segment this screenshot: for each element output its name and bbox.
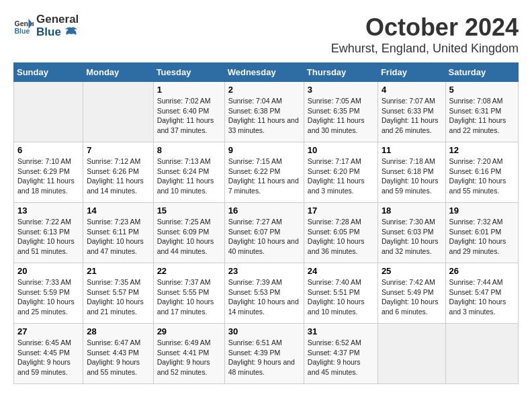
calendar-cell: 24Sunrise: 7:40 AM Sunset: 5:51 PM Dayli… <box>304 263 378 324</box>
calendar-cell: 25Sunrise: 7:42 AM Sunset: 5:49 PM Dayli… <box>378 263 445 324</box>
day-number: 26 <box>449 266 515 276</box>
day-info: Sunrise: 7:18 AM Sunset: 6:18 PM Dayligh… <box>382 156 442 196</box>
calendar-cell: 9Sunrise: 7:15 AM Sunset: 6:22 PM Daylig… <box>224 142 304 203</box>
day-info: Sunrise: 7:22 AM Sunset: 6:13 PM Dayligh… <box>17 217 79 257</box>
calendar-week-4: 20Sunrise: 7:33 AM Sunset: 5:59 PM Dayli… <box>14 263 519 324</box>
calendar-cell <box>445 324 518 384</box>
day-number: 9 <box>228 145 300 155</box>
day-info: Sunrise: 7:10 AM Sunset: 6:29 PM Dayligh… <box>17 156 79 196</box>
day-number: 5 <box>449 85 515 95</box>
calendar-cell: 1Sunrise: 7:02 AM Sunset: 6:40 PM Daylig… <box>153 82 224 142</box>
day-number: 10 <box>308 145 374 155</box>
day-number: 11 <box>382 145 442 155</box>
calendar-cell <box>83 82 153 142</box>
calendar-cell: 29Sunrise: 6:49 AM Sunset: 4:41 PM Dayli… <box>153 324 224 384</box>
calendar-cell: 23Sunrise: 7:39 AM Sunset: 5:53 PM Dayli… <box>224 263 304 324</box>
day-number: 8 <box>157 145 221 155</box>
calendar-week-3: 13Sunrise: 7:22 AM Sunset: 6:13 PM Dayli… <box>14 203 519 263</box>
day-info: Sunrise: 7:20 AM Sunset: 6:16 PM Dayligh… <box>449 156 515 196</box>
calendar-week-2: 6Sunrise: 7:10 AM Sunset: 6:29 PM Daylig… <box>14 142 519 203</box>
calendar-cell: 7Sunrise: 7:12 AM Sunset: 6:26 PM Daylig… <box>83 142 153 203</box>
calendar-cell: 20Sunrise: 7:33 AM Sunset: 5:59 PM Dayli… <box>14 263 83 324</box>
day-info: Sunrise: 6:49 AM Sunset: 4:41 PM Dayligh… <box>157 338 221 377</box>
day-number: 2 <box>228 85 300 95</box>
day-info: Sunrise: 7:17 AM Sunset: 6:20 PM Dayligh… <box>308 156 374 196</box>
day-number: 3 <box>308 85 374 95</box>
day-number: 21 <box>87 266 149 276</box>
calendar-cell: 2Sunrise: 7:04 AM Sunset: 6:38 PM Daylig… <box>224 82 304 142</box>
day-info: Sunrise: 7:35 AM Sunset: 5:57 PM Dayligh… <box>87 277 149 317</box>
day-number: 12 <box>449 145 515 155</box>
calendar-cell: 30Sunrise: 6:51 AM Sunset: 4:39 PM Dayli… <box>224 324 304 384</box>
day-number: 28 <box>87 326 149 336</box>
calendar-cell: 18Sunrise: 7:30 AM Sunset: 6:03 PM Dayli… <box>378 203 445 263</box>
calendar-table: SundayMondayTuesdayWednesdayThursdayFrid… <box>13 62 519 384</box>
calendar-cell: 22Sunrise: 7:37 AM Sunset: 5:55 PM Dayli… <box>153 263 224 324</box>
calendar-cell: 3Sunrise: 7:05 AM Sunset: 6:35 PM Daylig… <box>304 82 378 142</box>
day-info: Sunrise: 7:04 AM Sunset: 6:38 PM Dayligh… <box>228 96 300 136</box>
calendar-cell: 4Sunrise: 7:07 AM Sunset: 6:33 PM Daylig… <box>378 82 445 142</box>
day-number: 25 <box>382 266 442 276</box>
calendar-cell: 17Sunrise: 7:28 AM Sunset: 6:05 PM Dayli… <box>304 203 378 263</box>
weekday-header-friday: Friday <box>378 63 445 82</box>
logo: General Blue General Blue <box>13 13 79 38</box>
calendar-cell: 11Sunrise: 7:18 AM Sunset: 6:18 PM Dayli… <box>378 142 445 203</box>
calendar-cell: 5Sunrise: 7:08 AM Sunset: 6:31 PM Daylig… <box>445 82 518 142</box>
calendar-week-1: 1Sunrise: 7:02 AM Sunset: 6:40 PM Daylig… <box>14 82 519 142</box>
day-number: 6 <box>17 145 79 155</box>
day-number: 24 <box>308 266 374 276</box>
day-info: Sunrise: 7:08 AM Sunset: 6:31 PM Dayligh… <box>449 96 515 136</box>
month-title: October 2024 <box>331 13 519 42</box>
day-number: 1 <box>157 85 221 95</box>
day-number: 7 <box>87 145 149 155</box>
day-number: 23 <box>228 266 300 276</box>
calendar-cell: 28Sunrise: 6:47 AM Sunset: 4:43 PM Dayli… <box>83 324 153 384</box>
location-title: Ewhurst, England, United Kingdom <box>331 42 519 56</box>
day-info: Sunrise: 6:47 AM Sunset: 4:43 PM Dayligh… <box>87 338 149 377</box>
calendar-cell: 14Sunrise: 7:23 AM Sunset: 6:11 PM Dayli… <box>83 203 153 263</box>
calendar-cell: 16Sunrise: 7:27 AM Sunset: 6:07 PM Dayli… <box>224 203 304 263</box>
day-number: 27 <box>17 326 79 336</box>
day-number: 29 <box>157 326 221 336</box>
calendar-cell: 19Sunrise: 7:32 AM Sunset: 6:01 PM Dayli… <box>445 203 518 263</box>
day-info: Sunrise: 7:25 AM Sunset: 6:09 PM Dayligh… <box>157 217 221 257</box>
title-area: October 2024 Ewhurst, England, United Ki… <box>331 13 519 56</box>
calendar-cell: 31Sunrise: 6:52 AM Sunset: 4:37 PM Dayli… <box>304 324 378 384</box>
day-number: 17 <box>308 205 374 216</box>
day-info: Sunrise: 6:52 AM Sunset: 4:37 PM Dayligh… <box>308 338 374 377</box>
day-number: 4 <box>382 85 442 95</box>
day-info: Sunrise: 7:37 AM Sunset: 5:55 PM Dayligh… <box>157 277 221 317</box>
calendar-cell <box>14 82 83 142</box>
day-info: Sunrise: 7:44 AM Sunset: 5:47 PM Dayligh… <box>449 277 515 317</box>
day-info: Sunrise: 7:32 AM Sunset: 6:01 PM Dayligh… <box>449 217 515 257</box>
day-info: Sunrise: 7:30 AM Sunset: 6:03 PM Dayligh… <box>382 217 442 257</box>
day-info: Sunrise: 7:15 AM Sunset: 6:22 PM Dayligh… <box>228 156 300 196</box>
day-info: Sunrise: 7:40 AM Sunset: 5:51 PM Dayligh… <box>308 277 374 317</box>
day-info: Sunrise: 7:42 AM Sunset: 5:49 PM Dayligh… <box>382 277 442 317</box>
day-number: 18 <box>382 205 442 216</box>
day-info: Sunrise: 7:07 AM Sunset: 6:33 PM Dayligh… <box>382 96 442 136</box>
day-info: Sunrise: 6:51 AM Sunset: 4:39 PM Dayligh… <box>228 338 300 377</box>
day-number: 20 <box>17 266 79 276</box>
day-number: 19 <box>449 205 515 216</box>
day-number: 14 <box>87 205 149 216</box>
day-number: 13 <box>17 205 79 216</box>
weekday-header-thursday: Thursday <box>304 63 378 82</box>
day-info: Sunrise: 7:05 AM Sunset: 6:35 PM Dayligh… <box>308 96 374 136</box>
day-number: 31 <box>308 326 374 336</box>
day-info: Sunrise: 7:13 AM Sunset: 6:24 PM Dayligh… <box>157 156 221 196</box>
weekday-header-saturday: Saturday <box>445 63 518 82</box>
weekday-header-wednesday: Wednesday <box>224 63 304 82</box>
calendar-cell: 27Sunrise: 6:45 AM Sunset: 4:45 PM Dayli… <box>14 324 83 384</box>
day-number: 16 <box>228 205 300 216</box>
calendar-week-5: 27Sunrise: 6:45 AM Sunset: 4:45 PM Dayli… <box>14 324 519 384</box>
weekday-header-sunday: Sunday <box>14 63 83 82</box>
svg-text:Blue: Blue <box>15 26 30 34</box>
weekday-header-tuesday: Tuesday <box>153 63 224 82</box>
calendar-cell: 13Sunrise: 7:22 AM Sunset: 6:13 PM Dayli… <box>14 203 83 263</box>
weekday-header-monday: Monday <box>83 63 153 82</box>
day-number: 22 <box>157 266 221 276</box>
logo-bird-icon <box>64 26 79 38</box>
day-info: Sunrise: 7:28 AM Sunset: 6:05 PM Dayligh… <box>308 217 374 257</box>
day-info: Sunrise: 7:12 AM Sunset: 6:26 PM Dayligh… <box>87 156 149 196</box>
